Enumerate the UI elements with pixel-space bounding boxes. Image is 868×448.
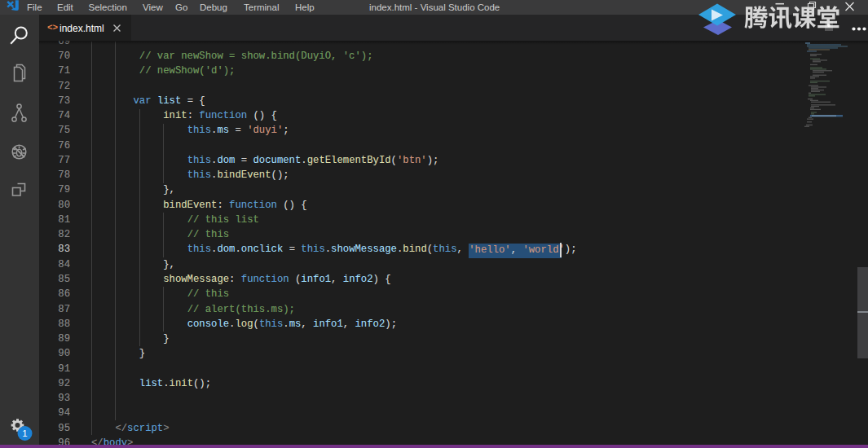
svg-text:1: 1 — [22, 428, 27, 438]
